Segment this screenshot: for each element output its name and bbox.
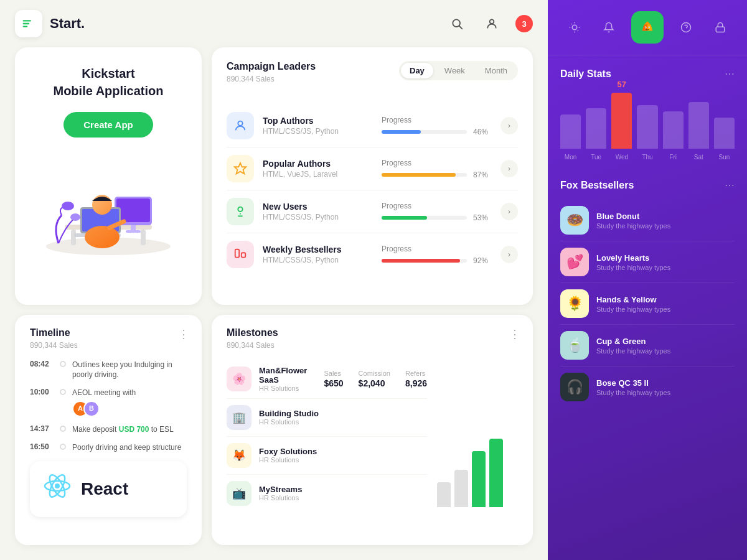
bestseller-thumb-2: 💕 (560, 248, 589, 276)
bestseller-bose-qc35[interactable]: 🎧 Bose QC 35 II Study the highway types (560, 366, 735, 408)
milestone-icon-3: 🦊 (227, 443, 251, 468)
sidebar-icon-lock[interactable] (709, 16, 731, 39)
daily-stats-chart: Mon Tue 57 Wed Thu Fri (560, 88, 735, 163)
chart-bar-2 (454, 470, 468, 507)
timeline-title: Timeline (30, 327, 187, 338)
bar-col-thu: Thu (637, 105, 657, 161)
timeline-card: ⋮ Timeline 890,344 Sales 08:42 Outlines … (15, 315, 202, 546)
milestones-dots-menu[interactable]: ⋮ (509, 327, 520, 341)
svg-line-33 (571, 24, 571, 24)
progress-pct-4: 92% (473, 256, 492, 265)
bestseller-thumb-3: 🌻 (560, 289, 589, 318)
svg-rect-11 (116, 198, 150, 222)
tab-day[interactable]: Day (401, 63, 433, 78)
svg-point-19 (62, 202, 74, 210)
row-chevron-3[interactable]: › (500, 203, 518, 220)
timeline-item-4: 16:50 Poorly driving and keep structure (30, 442, 187, 453)
campaign-card: Campaign Leaders 890,344 Sales Day Week … (212, 47, 533, 305)
svg-rect-24 (235, 250, 239, 258)
bar-col-fri: Fri (663, 111, 684, 161)
daily-stats-title: Daily Stats (560, 68, 611, 80)
kickstart-illustration (40, 156, 177, 256)
top-authors-name: Top Authors (263, 116, 373, 126)
row-chevron-2[interactable]: › (500, 160, 518, 177)
new-users-sub: HTML/CSS/JS, Python (263, 213, 373, 222)
content-grid: Kickstart Mobile Application Create App (0, 47, 548, 560)
svg-point-43 (645, 27, 646, 27)
progress-label-1: Progress (382, 116, 492, 124)
timeline-item-1: 08:42 Outlines keep you Indulging in poo… (30, 360, 187, 381)
sidebar-icon-question[interactable] (675, 16, 697, 39)
top-authors-sub: HTML/CSS/JS, Python (263, 127, 373, 136)
campaign-row-top-authors: Top Authors HTML/CSS/JS, Python Progress… (227, 105, 518, 147)
react-logo-icon (42, 471, 72, 507)
chart-bar-1 (437, 482, 451, 507)
weekly-bestsellers-sub: HTML/CSS/JS, Python (263, 256, 373, 264)
svg-rect-25 (242, 253, 245, 257)
create-app-button[interactable]: Create App (63, 112, 153, 138)
row-chevron-1[interactable]: › (500, 117, 518, 134)
milestone-icon-2: 🏢 (227, 405, 251, 430)
milestone-row-1: 🌸 Man&Flower SaaS HR Solutions Sales $65… (227, 360, 427, 399)
svg-point-17 (85, 226, 120, 248)
milestone-row-4: 📺 MyStreams HR Solutions (227, 475, 427, 512)
bestseller-thumb-4: 🍵 (560, 331, 589, 360)
campaign-row-popular-authors: Popular Authors HTML, VueJS, Laravel Pro… (227, 147, 518, 190)
bar-col-mon: Mon (560, 114, 581, 161)
campaign-row-new-users: New Users HTML/CSS/JS, Python Progress 5… (227, 190, 518, 233)
fox-bestsellers-title: Fox Bestsellers (560, 180, 634, 191)
chart-bar-3 (472, 451, 486, 507)
progress-label-2: Progress (382, 159, 492, 167)
bestseller-blue-donut[interactable]: 🍩 Blue Donut Study the highway types (560, 200, 735, 241)
app-header: Start. 3 (0, 0, 548, 47)
milestone-row-2: 🏢 Building Studio HR Solutions (227, 399, 427, 437)
bestseller-thumb-1: 🍩 (560, 206, 589, 235)
svg-point-26 (55, 483, 60, 488)
svg-marker-22 (235, 163, 246, 174)
bestseller-lovely-hearts[interactable]: 💕 Lovely Hearts Study the highway types (560, 241, 735, 283)
top-authors-icon (227, 112, 254, 139)
sidebar-icon-notification[interactable] (598, 16, 620, 39)
bestseller-hands-yellow[interactable]: 🌻 Hands & Yellow Study the highway types (560, 283, 735, 325)
row-chevron-4[interactable]: › (500, 246, 518, 263)
campaign-row-weekly-bestsellers: Weekly Bestsellers HTML/CSS/JS, Python P… (227, 233, 518, 276)
milestones-chart (437, 360, 518, 512)
progress-pct-2: 87% (473, 170, 492, 179)
search-icon[interactable] (446, 12, 468, 35)
timeline-dots-menu[interactable]: ⋮ (178, 327, 189, 341)
right-sidebar: Daily Stats ⋯ Mon Tue 57 Wed Th (548, 0, 747, 560)
popular-authors-sub: HTML, VueJS, Laravel (263, 170, 373, 179)
progress-bar-2 (382, 173, 467, 177)
svg-point-21 (238, 121, 242, 126)
tab-week[interactable]: Week (436, 63, 474, 78)
campaign-tabs: Day Week Month (399, 61, 518, 80)
milestones-subtitle: 890,344 Sales (227, 341, 518, 350)
new-users-name: New Users (263, 202, 373, 212)
weekly-bestsellers-icon (227, 241, 254, 268)
svg-line-4 (459, 26, 463, 29)
fox-bestsellers-menu[interactable]: ⋯ (725, 179, 735, 191)
logo-icon (15, 10, 42, 37)
chart-bar-4 (489, 439, 503, 507)
header-left: Start. (15, 10, 85, 37)
svg-rect-13 (126, 230, 141, 233)
daily-stats-section: Daily Stats ⋯ Mon Tue 57 Wed Th (548, 55, 747, 169)
milestones-list: 🌸 Man&Flower SaaS HR Solutions Sales $65… (227, 360, 427, 512)
sidebar-icon-fox-active[interactable] (631, 11, 664, 44)
svg-rect-47 (716, 27, 725, 32)
tab-month[interactable]: Month (476, 63, 516, 78)
bestseller-thumb-5: 🎧 (560, 373, 589, 401)
daily-stats-menu[interactable]: ⋯ (725, 68, 735, 80)
user-icon[interactable] (481, 12, 503, 35)
sidebar-icon-lightbulb[interactable] (563, 16, 586, 39)
svg-point-5 (490, 19, 494, 24)
milestone-icon-4: 📺 (227, 481, 251, 506)
daily-stats-header: Daily Stats ⋯ (560, 68, 735, 80)
bestseller-cup-green[interactable]: 🍵 Cup & Green Study the highway types (560, 325, 735, 366)
logo-text: Start. (50, 16, 85, 32)
notification-badge[interactable]: 3 (515, 15, 533, 32)
popular-authors-name: Popular Authors (263, 159, 373, 169)
campaign-header: Campaign Leaders 890,344 Sales Day Week … (227, 61, 518, 93)
progress-label-4: Progress (382, 245, 492, 253)
svg-rect-8 (71, 230, 76, 245)
